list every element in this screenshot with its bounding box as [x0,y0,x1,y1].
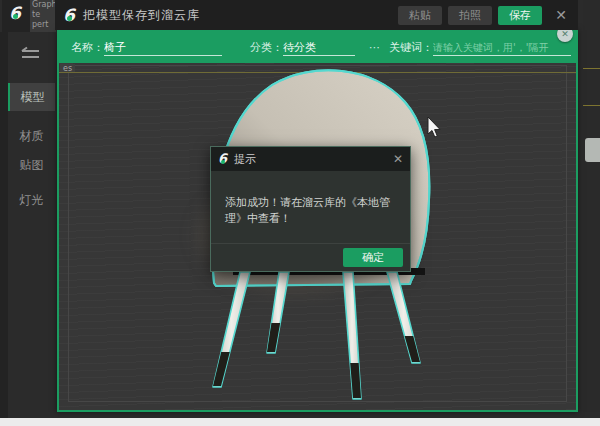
name-label: 名称： [71,40,104,55]
background-divider [583,105,600,106]
screen-bottom-edge [0,418,600,426]
close-icon[interactable]: ✕ [550,4,572,26]
background-panel-thumb [585,138,600,162]
paste-button[interactable]: 粘贴 [398,6,442,25]
name-input[interactable] [104,40,222,56]
sidebar-item-label: 材质 [20,128,44,145]
liuyunku-logo-icon: 6 [9,4,23,22]
sidebar-item-label: 灯光 [20,192,44,209]
background-panel-fragments: Graph te pert [30,0,56,32]
keywords-input[interactable] [433,40,571,56]
notice-dialog: 6 提示 ✕ 添加成功！请在溜云库的《本地管理》中查看！ 确定 [210,146,411,272]
sidebar: 模型 材质 贴图 灯光 [0,32,55,418]
save-form-row: 名称： 分类： 待分类 ⋯ 关键词： ✕ [59,32,576,63]
keywords-label: 关键词： [389,40,433,55]
more-ellipsis-icon[interactable]: ⋯ [369,41,381,54]
notice-message: 添加成功！请在溜云库的《本地管理》中查看！ [211,171,410,227]
background-app-logo: 6 [2,0,30,32]
sidebar-item-label: 贴图 [20,157,44,174]
category-picker[interactable]: 待分类 [283,40,355,56]
sidebar-edge-strip [0,32,8,418]
sidebar-item-model[interactable]: 模型 [8,83,55,111]
sidebar-item-material[interactable]: 材质 [8,122,55,150]
liuyunku-logo-icon: 6 [218,152,229,166]
sidebar-item-texture[interactable]: 贴图 [8,151,55,179]
notice-dialog-footer: 确定 [211,243,410,271]
window-title: 把模型保存到溜云库 [83,7,200,24]
background-text: Graph [30,0,56,10]
notice-dialog-header: 6 提示 ✕ [211,147,410,171]
ok-button[interactable]: 确定 [343,248,403,267]
viewport-divider-line [59,72,576,73]
liuyunku-logo-icon: 6 [63,6,77,24]
background-text: te [30,10,56,20]
sidebar-item-label: 模型 [21,89,45,106]
notice-dialog-title: 提示 [234,152,256,167]
category-label: 分类： [250,40,283,55]
sidebar-item-light[interactable]: 灯光 [8,186,55,214]
capture-button[interactable]: 拍照 [448,6,492,25]
background-right-panel [583,0,600,412]
save-dialog-titlebar: 6 把模型保存到溜云库 粘贴 拍照 保存 ✕ [55,0,578,30]
collapse-menu-icon[interactable] [19,46,43,62]
background-divider [583,68,600,69]
close-icon[interactable]: ✕ [393,152,403,166]
background-text: pert [30,20,56,30]
save-button[interactable]: 保存 [498,6,542,25]
